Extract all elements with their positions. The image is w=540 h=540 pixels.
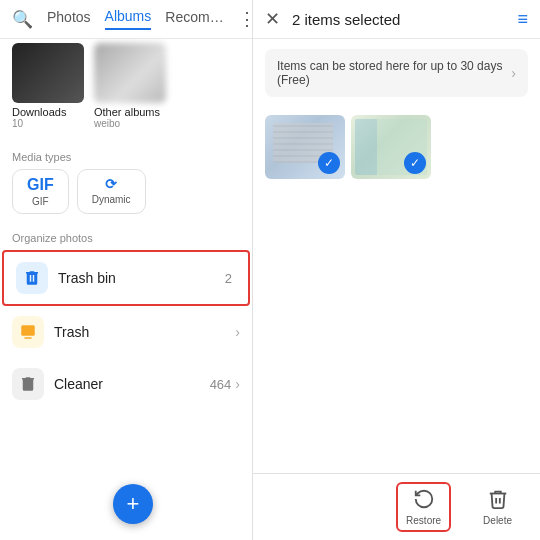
add-fab-button[interactable]: + [113, 484, 153, 524]
album-label: Other albums [94, 106, 160, 118]
delete-label: Delete [483, 515, 512, 526]
search-icon[interactable]: 🔍 [12, 9, 33, 30]
media-types-row: GIF GIF ⟳ Dynamic [0, 169, 252, 224]
album-count: weibo [94, 118, 120, 129]
list-item[interactable]: Downloads 10 [12, 43, 84, 129]
list-item[interactable]: Other albums weibo [94, 43, 166, 129]
more-options-icon[interactable]: ⋮ [238, 8, 253, 30]
trash-icon [12, 316, 44, 348]
list-item-trash-bin[interactable]: Trash bin 2 [2, 250, 250, 306]
filter-icon[interactable]: ≡ [517, 9, 528, 30]
trash-bin-icon [16, 262, 48, 294]
tab-albums[interactable]: Albums [105, 8, 152, 30]
cleaner-icon [12, 368, 44, 400]
list-item-trash[interactable]: Trash › [0, 306, 252, 358]
chevron-right-icon: › [235, 324, 240, 340]
cleaner-count: 464 [210, 377, 232, 392]
top-navigation: 🔍 Photos Albums Recom… ⋮ [0, 0, 252, 39]
selected-photos-grid: ✓ ✓ [253, 107, 540, 187]
photo-check-2: ✓ [404, 152, 426, 174]
media-types-title: Media types [0, 143, 252, 169]
album-thumbnail [12, 43, 84, 103]
right-panel: ✕ 2 items selected ≡ Items can be stored… [253, 0, 540, 540]
close-button[interactable]: ✕ [265, 8, 280, 30]
album-grid-row: Downloads 10 Other albums weibo [12, 43, 240, 129]
restore-button[interactable]: Restore [396, 482, 451, 532]
selected-photo-1[interactable]: ✓ [265, 115, 345, 179]
gif-icon: GIF [27, 176, 54, 194]
svg-rect-0 [21, 325, 35, 336]
tab-photos[interactable]: Photos [47, 9, 91, 29]
restore-label: Restore [406, 515, 441, 526]
selected-count-title: 2 items selected [292, 11, 517, 28]
album-label: Downloads [12, 106, 66, 118]
svg-rect-1 [24, 337, 32, 339]
album-section: Downloads 10 Other albums weibo [0, 39, 252, 143]
left-scroll-area: Downloads 10 Other albums weibo Media ty… [0, 39, 252, 484]
banner-text: Items can be stored here for up to 30 da… [277, 59, 511, 87]
gif-label: GIF [32, 196, 49, 207]
delete-button[interactable]: Delete [475, 484, 520, 530]
left-panel: 🔍 Photos Albums Recom… ⋮ Downloads 10 Ot… [0, 0, 253, 540]
organize-section: Organize photos Trash bin 2 [0, 224, 252, 410]
photo-check-1: ✓ [318, 152, 340, 174]
storage-info-banner[interactable]: Items can be stored here for up to 30 da… [265, 49, 528, 97]
trash-label: Trash [54, 324, 235, 340]
album-thumbnail [94, 43, 166, 103]
dynamic-icon: ⟳ [105, 176, 117, 192]
selected-photo-2[interactable]: ✓ [351, 115, 431, 179]
tab-recommended[interactable]: Recom… [165, 9, 223, 29]
chevron-right-icon: › [235, 376, 240, 392]
album-count: 10 [12, 118, 23, 129]
trash-bin-count: 2 [225, 271, 232, 286]
list-item-cleaner[interactable]: Cleaner 464 › [0, 358, 252, 410]
delete-icon [487, 488, 509, 513]
media-types-section: Media types GIF GIF ⟳ Dynamic [0, 143, 252, 224]
bottom-toolbar: Restore Delete [253, 473, 540, 540]
organize-title: Organize photos [0, 224, 252, 250]
media-type-dynamic[interactable]: ⟳ Dynamic [77, 169, 146, 214]
restore-icon [413, 488, 435, 513]
media-type-gif[interactable]: GIF GIF [12, 169, 69, 214]
banner-chevron-icon: › [511, 65, 516, 81]
right-header: ✕ 2 items selected ≡ [253, 0, 540, 39]
dynamic-label: Dynamic [92, 194, 131, 205]
trash-bin-label: Trash bin [58, 270, 225, 286]
cleaner-label: Cleaner [54, 376, 210, 392]
